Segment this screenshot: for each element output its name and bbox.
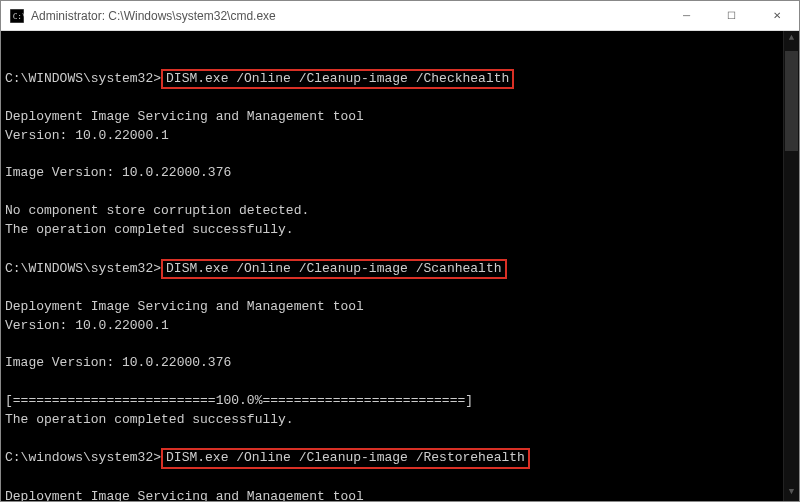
output-line: Image Version: 10.0.22000.376: [5, 355, 231, 370]
output-line: The operation completed successfully.: [5, 222, 294, 237]
output-line: Deployment Image Servicing and Managemen…: [5, 299, 364, 314]
output-line: Version: 10.0.22000.1: [5, 128, 169, 143]
output-line: The operation completed successfully.: [5, 412, 294, 427]
cmd-window: C:\ Administrator: C:\Windows\system32\c…: [0, 0, 800, 502]
cmd-icon: C:\: [9, 8, 25, 24]
progress-bar: [==========================100.0%=======…: [5, 393, 473, 408]
vertical-scrollbar[interactable]: ▲ ▼: [783, 31, 799, 501]
prompt-line: C:\WINDOWS\system32>: [5, 261, 161, 276]
minimize-button[interactable]: ─: [664, 1, 709, 30]
prompt-line: C:\WINDOWS\system32>: [5, 71, 161, 86]
highlighted-command-1: DISM.exe /Online /Cleanup-image /Checkhe…: [161, 69, 514, 89]
terminal-content: C:\WINDOWS\system32>DISM.exe /Online /Cl…: [5, 50, 795, 501]
window-controls: ─ ☐ ✕: [664, 1, 799, 30]
titlebar[interactable]: C:\ Administrator: C:\Windows\system32\c…: [1, 1, 799, 31]
scroll-up-arrow[interactable]: ▲: [784, 31, 799, 47]
scroll-down-arrow[interactable]: ▼: [784, 485, 799, 501]
highlighted-command-2: DISM.exe /Online /Cleanup-image /Scanhea…: [161, 259, 506, 279]
output-line: Image Version: 10.0.22000.376: [5, 165, 231, 180]
scrollbar-thumb[interactable]: [785, 51, 798, 151]
highlighted-command-3: DISM.exe /Online /Cleanup-image /Restore…: [161, 448, 530, 468]
output-line: Version: 10.0.22000.1: [5, 318, 169, 333]
output-line: No component store corruption detected.: [5, 203, 309, 218]
svg-text:C:\: C:\: [13, 11, 24, 20]
prompt-line: C:\windows\system32>: [5, 450, 161, 465]
output-line: Deployment Image Servicing and Managemen…: [5, 109, 364, 124]
output-line: Deployment Image Servicing and Managemen…: [5, 489, 364, 501]
maximize-button[interactable]: ☐: [709, 1, 754, 30]
close-button[interactable]: ✕: [754, 1, 799, 30]
window-title: Administrator: C:\Windows\system32\cmd.e…: [31, 9, 664, 23]
terminal-area[interactable]: C:\WINDOWS\system32>DISM.exe /Online /Cl…: [1, 31, 799, 501]
